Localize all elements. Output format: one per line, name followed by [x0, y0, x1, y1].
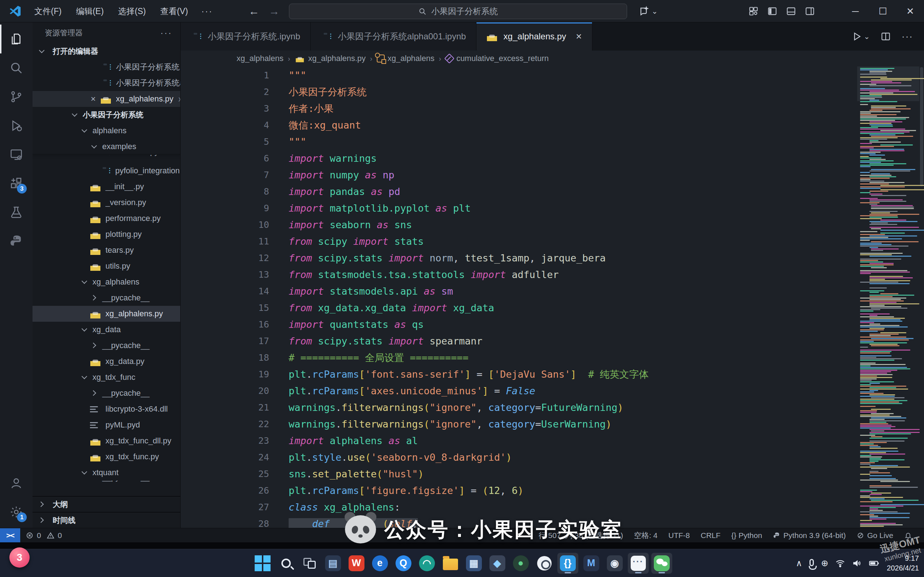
- outline-section[interactable]: 大纲: [32, 496, 180, 512]
- taskbar-app-green[interactable]: ●: [510, 553, 531, 574]
- taskbar-app-m[interactable]: M: [581, 553, 602, 574]
- taskbar-chat-app[interactable]: [628, 553, 649, 574]
- toggle-panel-icon[interactable]: [786, 6, 796, 16]
- activity-extensions-icon[interactable]: 3: [0, 169, 32, 198]
- editor-scrollbar[interactable]: [919, 66, 924, 528]
- status-python-interpreter[interactable]: Python 3.9 (64-bit): [768, 528, 851, 542]
- split-editor-icon[interactable]: [880, 31, 891, 42]
- taskbar-eye-app[interactable]: ◉: [604, 553, 625, 574]
- toggle-primary-sidebar-icon[interactable]: [767, 6, 777, 16]
- open-editor-item[interactable]: ×xg_alphalens.pyxg_alphalens: [32, 91, 180, 107]
- tree-folder-xg_alphalens[interactable]: xg_alphalens: [32, 274, 180, 290]
- tree-file-plotting.py[interactable]: plotting.py: [32, 226, 180, 242]
- sidebar-more-actions[interactable]: ···: [160, 28, 172, 38]
- zoom-tool-icon[interactable]: ⊕: [821, 558, 828, 568]
- activity-run-and-debug-icon[interactable]: [0, 111, 32, 140]
- tree-file-libcrypto-3-x64.dll[interactable]: libcrypto-3-x64.dll: [32, 401, 180, 417]
- command-center-search[interactable]: 小果因子分析系统: [289, 3, 627, 19]
- menu-more-button[interactable]: ···: [196, 4, 218, 19]
- tree-folder-__pycache__[interactable]: __pycache__: [32, 338, 180, 353]
- taskbar-task-view-button[interactable]: [299, 553, 320, 574]
- taskbar-start-button[interactable]: [252, 553, 273, 574]
- tree-file-overview.ipynb[interactable]: overview.ipynb: [32, 155, 180, 163]
- tree-folder-__pycache__[interactable]: __pycache__: [32, 480, 180, 488]
- activity-account-icon[interactable]: [0, 469, 32, 498]
- breadcrumb-item-xg_alphalens[interactable]: xg_alphalens: [377, 54, 435, 63]
- tree-file-utils.py[interactable]: utils.py: [32, 258, 180, 274]
- activity-remote-explorer-icon[interactable]: [0, 140, 32, 169]
- tree-folder-alphalens[interactable]: alphalens: [32, 123, 180, 139]
- tree-file-xg_tdx_func_dll.py[interactable]: xg_tdx_func_dll.py: [32, 433, 180, 449]
- toggle-secondary-sidebar-icon[interactable]: [805, 6, 815, 16]
- taskbar-qq-browser[interactable]: Q: [393, 553, 414, 574]
- tree-file-pyML.pyd[interactable]: pyML.pyd: [32, 417, 180, 433]
- breadcrumb-item-xg_alphalens.py[interactable]: xg_alphalens.py: [294, 53, 366, 64]
- open-editor-item[interactable]: 小果因子分析系统alpha001.ipynb: [32, 75, 180, 91]
- tree-file-_version.py[interactable]: _version.py: [32, 195, 180, 211]
- scrollbar-thumb[interactable]: [920, 67, 923, 186]
- timeline-section[interactable]: 时间线: [32, 512, 180, 528]
- hidden-icons-chevron[interactable]: ∧: [796, 558, 802, 568]
- run-python-file-button[interactable]: ⌄: [851, 31, 870, 42]
- tree-folder-xtquant[interactable]: xtquant: [32, 465, 180, 480]
- taskbar-vscode[interactable]: {}: [557, 553, 578, 574]
- tree-folder-__pycache__[interactable]: __pycache__: [32, 385, 180, 401]
- tree-folder-小果因子分析系统[interactable]: 小果因子分析系统: [32, 107, 180, 123]
- status-encoding[interactable]: UTF-8: [663, 528, 695, 542]
- close-button[interactable]: ✕: [897, 0, 924, 23]
- activity-explorer-icon[interactable]: [0, 24, 32, 53]
- tab-小果因子分析系统alpha001.ipynb[interactable]: 小果因子分析系统alpha001.ipynb: [311, 23, 476, 50]
- minimize-button[interactable]: ─: [842, 0, 869, 23]
- battery-icon[interactable]: [869, 559, 880, 568]
- volume-icon[interactable]: [852, 559, 861, 568]
- tree-file-pyfolio_integration.ipynb[interactable]: pyfolio_integration.ipynb: [32, 163, 180, 179]
- taskbar-file-explorer[interactable]: [440, 553, 461, 574]
- activity-source-control-icon[interactable]: [0, 82, 32, 111]
- customize-layout-icon[interactable]: [748, 6, 759, 16]
- activity-search-icon[interactable]: [0, 53, 32, 82]
- copilot-button[interactable]: ⌄: [639, 0, 658, 23]
- tree-folder-xg_tdx_func[interactable]: xg_tdx_func: [32, 369, 180, 385]
- tree-file-xg_tdx_func.py[interactable]: xg_tdx_func.py: [32, 449, 180, 465]
- status-eol[interactable]: CRLF: [695, 528, 726, 542]
- menu-item-3[interactable]: 查看(V): [154, 3, 194, 19]
- close-editor-icon[interactable]: ×: [86, 94, 100, 104]
- tree-folder-__pycache__[interactable]: __pycache__: [32, 290, 180, 306]
- status-indentation[interactable]: 空格: 4: [629, 528, 663, 542]
- forward-button[interactable]: →: [269, 5, 280, 17]
- taskbar-compass-browser[interactable]: ◠: [416, 553, 437, 574]
- taskbar-screenshot-tool[interactable]: [534, 553, 555, 574]
- back-button[interactable]: ←: [248, 5, 260, 17]
- activity-python-icon[interactable]: [0, 227, 32, 256]
- status-language-mode[interactable]: {} Python: [726, 528, 768, 542]
- activity-settings-icon[interactable]: 1: [0, 498, 32, 527]
- breadcrumb-item-xg_alphalens[interactable]: xg_alphalens: [237, 54, 284, 63]
- breadcrumb-item-cumulative_excess_return[interactable]: cumulative_excess_return: [445, 54, 549, 63]
- tab-小果因子分析系统.ipynb[interactable]: 小果因子分析系统.ipynb: [181, 23, 311, 50]
- floating-notification-badge[interactable]: 3: [10, 547, 30, 567]
- open-editors-section[interactable]: 打开的编辑器: [32, 44, 180, 59]
- close-tab-icon[interactable]: ×: [576, 31, 582, 42]
- editor-more-actions[interactable]: ···: [901, 31, 913, 42]
- tree-file-tears.py[interactable]: tears.py: [32, 242, 180, 258]
- menu-item-0[interactable]: 文件(F): [28, 3, 68, 19]
- tree-file-performance.py[interactable]: performance.py: [32, 211, 180, 226]
- problems-indicator[interactable]: 0 0: [20, 528, 67, 542]
- taskbar-clock[interactable]: 9:17 2026/4/21: [887, 553, 919, 573]
- open-editor-item[interactable]: 小果因子分析系统.ipynb: [32, 59, 180, 75]
- remote-indicator[interactable]: ><: [0, 528, 20, 542]
- tree-folder-xg_data[interactable]: xg_data: [32, 322, 180, 338]
- status-go-live[interactable]: Go Live: [851, 528, 899, 542]
- taskbar-app-shield[interactable]: ◆: [487, 553, 508, 574]
- microphone-icon[interactable]: [810, 559, 814, 566]
- taskbar-search-button[interactable]: [276, 553, 297, 574]
- taskbar-widgets-app[interactable]: ▤: [323, 553, 343, 574]
- tree-file-xg_alphalens.py[interactable]: xg_alphalens.py: [32, 306, 180, 322]
- status-notifications[interactable]: [899, 528, 918, 542]
- taskbar-app-box[interactable]: ▦: [463, 553, 484, 574]
- menu-item-1[interactable]: 编辑(E): [70, 3, 110, 19]
- tree-folder-examples[interactable]: examples: [32, 139, 180, 155]
- menu-item-2[interactable]: 选择(S): [112, 3, 152, 19]
- taskbar-wechat[interactable]: [651, 553, 672, 574]
- network-icon[interactable]: [835, 559, 845, 568]
